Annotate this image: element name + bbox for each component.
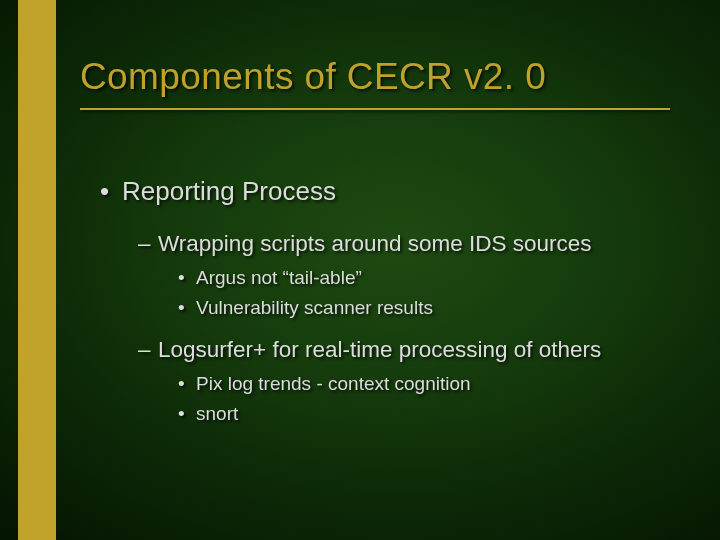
bullet-level1: •Reporting Process: [100, 176, 690, 207]
slide-body: •Reporting Process –Wrapping scripts aro…: [100, 176, 690, 443]
level3-text: Argus not “tail-able”: [196, 267, 362, 288]
slide-title: Components of CECR v2. 0: [80, 56, 546, 98]
bullet-icon: •: [100, 176, 122, 207]
bullet-level3: •snort: [178, 403, 690, 425]
dash-icon: –: [138, 231, 158, 257]
level2-text: Wrapping scripts around some IDS sources: [158, 231, 592, 256]
group-2: –Logsurfer+ for real-time processing of …: [100, 337, 690, 425]
level2-text: Logsurfer+ for real-time processing of o…: [158, 337, 601, 362]
bullet-level3: •Vulnerability scanner results: [178, 297, 690, 319]
bullet-level3: •Argus not “tail-able”: [178, 267, 690, 289]
title-underline: [80, 108, 670, 110]
accent-bar: [18, 0, 56, 540]
level3-text: snort: [196, 403, 238, 424]
dash-icon: –: [138, 337, 158, 363]
bullet-level2: –Wrapping scripts around some IDS source…: [138, 231, 690, 257]
slide: Components of CECR v2. 0 •Reporting Proc…: [0, 0, 720, 540]
level3-text: Pix log trends - context cognition: [196, 373, 471, 394]
level3-text: Vulnerability scanner results: [196, 297, 433, 318]
bullet-level2: –Logsurfer+ for real-time processing of …: [138, 337, 690, 363]
bullet-icon: •: [178, 403, 196, 425]
bullet-icon: •: [178, 373, 196, 395]
bullet-level3: •Pix log trends - context cognition: [178, 373, 690, 395]
level1-text: Reporting Process: [122, 176, 336, 206]
bullet-icon: •: [178, 267, 196, 289]
bullet-icon: •: [178, 297, 196, 319]
group-1: –Wrapping scripts around some IDS source…: [100, 231, 690, 319]
